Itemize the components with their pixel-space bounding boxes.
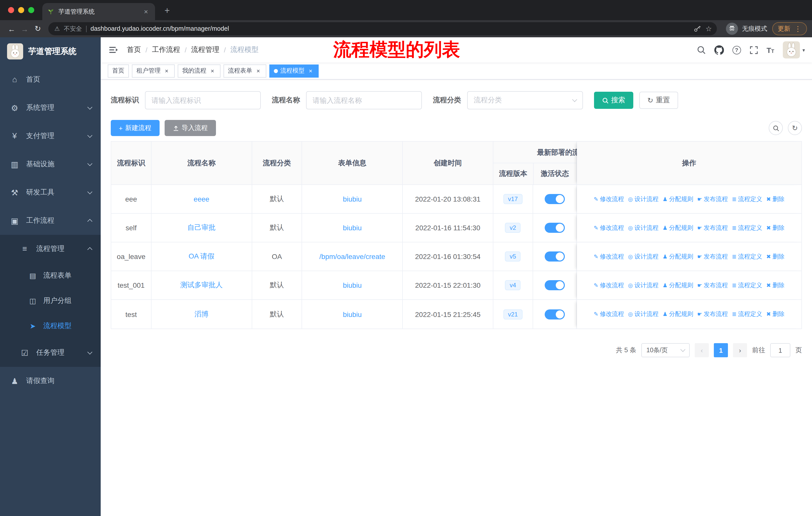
incognito-badge[interactable]: 无痕模式 [726,23,767,35]
process-name-link[interactable]: eeee [194,195,209,203]
form-info-link[interactable]: biubiu [343,195,362,203]
op-design-link[interactable]: ◎设计流程 [628,223,659,232]
sidebar-item-process-model[interactable]: ➤ 流程模型 [0,314,101,338]
import-process-button[interactable]: 导入流程 [164,120,216,136]
process-name-link[interactable]: OA 请假 [188,252,214,261]
sidebar-item-leave-query[interactable]: ♟ 请假查询 [0,367,101,395]
close-icon[interactable]: × [255,67,262,74]
search-button[interactable]: 搜索 [594,92,633,109]
op-delete-link[interactable]: ✖删除 [766,223,784,232]
op-edit-link[interactable]: ✎修改流程 [594,223,624,232]
create-process-button[interactable]: + 新建流程 [111,120,159,136]
op-design-link[interactable]: ◎设计流程 [628,252,659,261]
back-button[interactable]: ← [5,22,18,35]
fullscreen-button[interactable] [749,46,758,54]
op-design-link[interactable]: ◎设计流程 [628,310,659,319]
op-publish-link[interactable]: ☛发布流程 [697,195,728,203]
process-key-input[interactable] [145,91,261,109]
op-assign-rule-link[interactable]: ♟分配规则 [663,310,693,319]
op-edit-link[interactable]: ✎修改流程 [594,310,624,319]
search-button[interactable] [696,45,705,54]
sidebar-item-devtools[interactable]: ⚒ 研发工具 [0,179,101,207]
op-assign-rule-link[interactable]: ♟分配规则 [663,223,693,232]
form-info-link[interactable]: biubiu [343,281,362,289]
active-toggle[interactable] [545,223,564,233]
form-info-link[interactable]: biubiu [343,224,362,232]
op-publish-link[interactable]: ☛发布流程 [697,281,728,290]
sidebar-item-process-management[interactable]: ≡ 流程管理 [0,235,101,263]
tag-process-form[interactable]: 流程表单 × [224,64,266,77]
refresh-table-button[interactable]: ↻ [788,121,802,135]
close-icon[interactable]: × [307,67,314,74]
tag-process-model[interactable]: 流程模型 × [269,64,319,77]
form-info-link[interactable]: biubiu [343,310,362,318]
tab-close-icon[interactable]: × [142,7,150,16]
op-edit-link[interactable]: ✎修改流程 [594,195,624,203]
op-edit-link[interactable]: ✎修改流程 [594,252,624,261]
op-publish-link[interactable]: ☛发布流程 [697,223,728,232]
process-category-select[interactable]: 流程分类 [467,91,583,109]
tag-home[interactable]: 首页 [108,64,129,77]
sidebar-item-process-form[interactable]: ▤ 流程表单 [0,263,101,288]
security-label[interactable]: 不安全 [64,24,82,33]
sidebar-item-home[interactable]: ⌂ 首页 [0,65,101,94]
reload-button[interactable]: ↻ [31,22,44,35]
tag-tenant-management[interactable]: 租户管理 × [132,64,175,77]
active-toggle[interactable] [545,280,564,290]
process-name-input[interactable] [306,91,422,109]
breadcrumb-process-management[interactable]: 流程管理 [191,45,220,54]
active-toggle[interactable] [545,309,564,319]
tag-my-process[interactable]: 我的流程 × [178,64,221,77]
reset-button[interactable]: ↻ 重置 [639,92,678,109]
sidebar-item-payment-management[interactable]: ¥ 支付管理 [0,122,101,150]
process-name-link[interactable]: 滔博 [194,310,208,319]
next-page-button[interactable]: › [733,343,747,357]
op-definition-link[interactable]: ≣流程定义 [732,310,762,319]
sidebar-item-system-management[interactable]: ⚙ 系统管理 [0,94,101,122]
op-definition-link[interactable]: ≣流程定义 [732,223,762,232]
toggle-search-button[interactable] [769,121,783,135]
sidebar-item-workflow[interactable]: ▣ 工作流程 [0,207,101,235]
goto-page-input[interactable] [770,343,790,357]
form-info-link[interactable]: /bpm/oa/leave/create [319,252,385,261]
github-button[interactable] [714,45,724,55]
sidebar-toggle-button[interactable] [101,37,126,62]
active-toggle[interactable] [545,194,564,204]
user-avatar-menu[interactable]: ▾ [783,41,805,58]
page-size-select[interactable]: 10条/页 [641,343,690,357]
process-name-link[interactable]: 测试多审批人 [180,281,223,290]
op-edit-link[interactable]: ✎修改流程 [594,281,624,290]
op-publish-link[interactable]: ☛发布流程 [697,252,728,261]
key-icon[interactable] [693,25,701,33]
page-1-button[interactable]: 1 [714,343,728,357]
op-delete-link[interactable]: ✖删除 [766,195,784,203]
op-assign-rule-link[interactable]: ♟分配规则 [663,195,693,203]
new-tab-button[interactable]: + [161,4,173,17]
close-icon[interactable]: × [209,67,216,74]
op-definition-link[interactable]: ≣流程定义 [732,281,762,290]
op-delete-link[interactable]: ✖删除 [766,310,784,319]
breadcrumb-workflow[interactable]: 工作流程 [152,45,180,54]
sidebar-item-infrastructure[interactable]: ▥ 基础设施 [0,150,101,179]
close-icon[interactable]: × [163,67,170,74]
browser-tab[interactable]: 芋道管理系统 × [42,3,155,20]
breadcrumb-home[interactable]: 首页 [127,45,141,54]
font-size-button[interactable]: TT [766,46,774,54]
address-bar[interactable]: ⚠ 不安全 dashboard.yudao.iocoder.cn/bpm/man… [48,22,717,35]
op-assign-rule-link[interactable]: ♟分配规则 [663,252,693,261]
op-publish-link[interactable]: ☛发布流程 [697,310,728,319]
op-design-link[interactable]: ◎设计流程 [628,195,659,203]
op-design-link[interactable]: ◎设计流程 [628,281,659,290]
sidebar-item-task-management[interactable]: ☑ 任务管理 [0,338,101,367]
op-definition-link[interactable]: ≣流程定义 [732,195,762,203]
op-delete-link[interactable]: ✖删除 [766,252,784,261]
process-name-link[interactable]: 自己审批 [187,223,215,232]
app-logo[interactable]: 芋道管理系统 [0,37,101,65]
help-button[interactable]: ? [732,46,741,54]
op-definition-link[interactable]: ≣流程定义 [732,252,762,261]
maximize-window-button[interactable] [28,7,34,13]
active-toggle[interactable] [545,251,564,262]
close-window-button[interactable] [8,7,14,13]
prev-page-button[interactable]: ‹ [695,343,709,357]
op-assign-rule-link[interactable]: ♟分配规则 [663,281,693,290]
